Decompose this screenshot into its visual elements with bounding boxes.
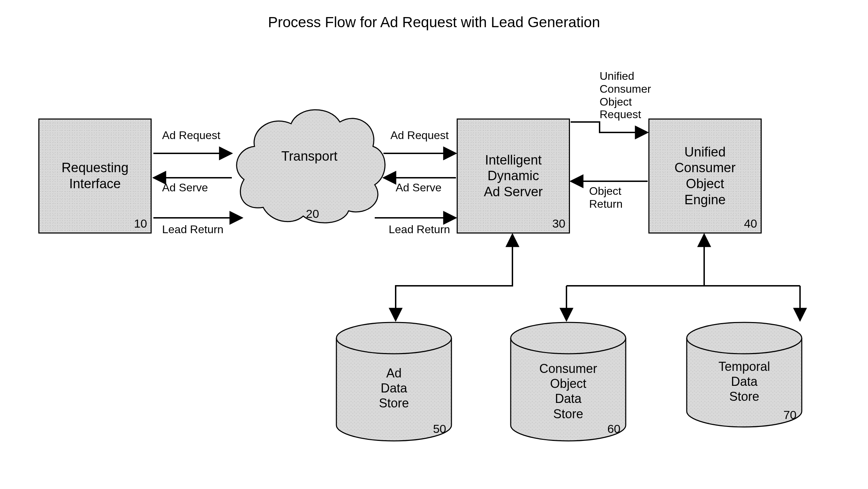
node-label-line: Data: [507, 391, 629, 406]
node-label-line: Temporal: [683, 359, 805, 374]
node-number: 40: [744, 216, 757, 231]
svg-point-4: [511, 322, 626, 354]
node-number: 70: [783, 408, 797, 422]
node-number: 10: [134, 216, 147, 231]
node-label-line: Engine: [684, 192, 725, 208]
node-transport-cloud: Transport 20: [232, 99, 387, 228]
node-number: 30: [552, 216, 565, 231]
node-ad-data-store: Ad Data Store 50: [333, 321, 455, 443]
node-label-line: Store: [683, 389, 805, 404]
diagram-canvas: Process Flow for Ad Request with Lead Ge…: [0, 0, 868, 489]
node-label-line: Consumer: [675, 160, 736, 176]
svg-point-5: [687, 322, 802, 354]
node-label-line: Object: [507, 376, 629, 391]
node-label-line: Unified: [684, 144, 725, 160]
edge-label-ad-request: Ad Request: [390, 129, 449, 142]
node-number: 50: [433, 422, 446, 436]
node-number: 20: [306, 207, 319, 221]
node-consumer-object-data-store: Consumer Object Data Store 60: [507, 321, 629, 443]
node-label-line: Dynamic: [488, 168, 539, 184]
node-label-line: Object: [686, 176, 724, 192]
edge-label-ad-serve: Ad Serve: [396, 181, 442, 194]
edge-label-ad-request: Ad Request: [162, 129, 220, 142]
node-label-line: Consumer: [507, 361, 629, 376]
node-label-line: Data: [333, 381, 455, 396]
edge-label-object-return: Object Return: [589, 185, 623, 211]
edge-label-ad-serve: Ad Serve: [162, 181, 208, 194]
node-ad-server: Intelligent Dynamic Ad Server 30: [457, 119, 570, 234]
node-uco-engine: Unified Consumer Object Engine 40: [648, 119, 762, 234]
svg-point-3: [336, 322, 451, 354]
diagram-title: Process Flow for Ad Request with Lead Ge…: [0, 14, 868, 31]
edge-label-lead-return: Lead Return: [389, 223, 450, 236]
node-label-line: Store: [333, 396, 455, 411]
node-requesting-interface: Requesting Interface 10: [38, 119, 152, 234]
node-label-line: Ad: [333, 366, 455, 381]
node-label: Transport: [232, 148, 387, 163]
node-label-line: Data: [683, 374, 805, 389]
node-number: 60: [607, 422, 620, 436]
node-label-line: Intelligent: [485, 152, 542, 168]
node-label-line: Interface: [69, 176, 121, 192]
edge-label-lead-return: Lead Return: [162, 223, 223, 236]
node-label-line: Ad Server: [484, 184, 543, 200]
node-label-line: Store: [507, 406, 629, 421]
node-temporal-data-store: Temporal Data Store 70: [683, 321, 805, 429]
node-label-line: Requesting: [61, 160, 128, 176]
edge-label-uco-request: Unified Consumer Object Request: [600, 70, 651, 121]
